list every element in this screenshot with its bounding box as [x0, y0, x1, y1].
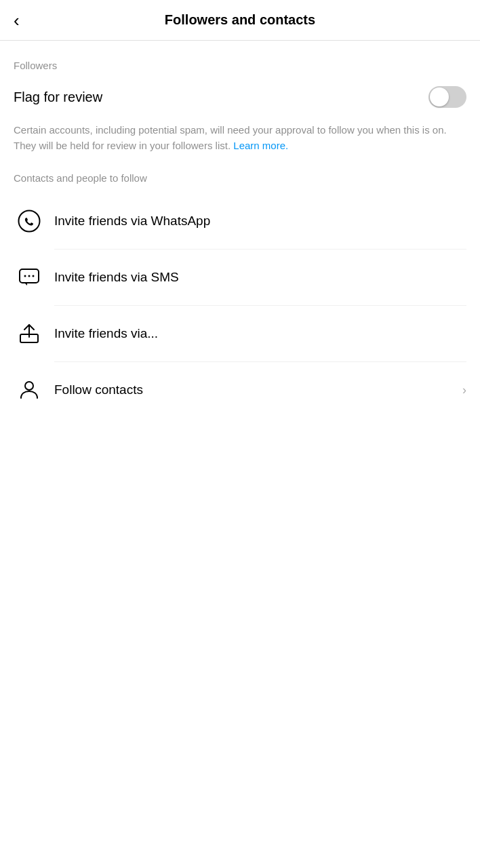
- flag-for-review-row: Flag for review: [14, 81, 466, 113]
- back-button[interactable]: ‹: [14, 12, 20, 29]
- person-icon: [14, 374, 45, 406]
- svg-point-9: [25, 382, 33, 390]
- svg-point-5: [28, 275, 31, 277]
- follow-contacts-item[interactable]: Follow contacts ›: [14, 362, 466, 418]
- follow-contacts-label: Follow contacts: [54, 382, 457, 397]
- svg-point-6: [33, 275, 35, 277]
- invite-other-item[interactable]: Invite friends via...: [14, 306, 466, 361]
- sms-icon: [14, 262, 45, 293]
- invite-whatsapp-label: Invite friends via WhatsApp: [54, 214, 466, 229]
- invite-whatsapp-item[interactable]: Invite friends via WhatsApp: [14, 193, 466, 249]
- contacts-section-label: Contacts and people to follow: [14, 153, 466, 193]
- page-title: Followers and contacts: [165, 12, 315, 28]
- svg-point-4: [24, 275, 26, 277]
- flag-for-review-label: Flag for review: [14, 90, 102, 105]
- learn-more-link[interactable]: Learn more.: [233, 140, 288, 151]
- description-area: Certain accounts, including potential sp…: [14, 113, 466, 153]
- followers-section-label: Followers: [14, 41, 466, 81]
- share-icon: [14, 318, 45, 349]
- svg-point-2: [19, 211, 40, 232]
- flag-description: Certain accounts, including potential sp…: [14, 113, 466, 153]
- invite-sms-label: Invite friends via SMS: [54, 270, 466, 285]
- invite-other-label: Invite friends via...: [54, 326, 466, 341]
- whatsapp-icon: [14, 205, 45, 237]
- page-content: Followers Flag for review Certain accoun…: [0, 41, 480, 418]
- invite-sms-item[interactable]: Invite friends via SMS: [14, 250, 466, 305]
- flag-for-review-toggle[interactable]: [428, 86, 466, 108]
- header: ‹ Followers and contacts: [0, 0, 480, 41]
- chevron-right-icon: ›: [462, 383, 466, 397]
- toggle-knob: [430, 87, 449, 106]
